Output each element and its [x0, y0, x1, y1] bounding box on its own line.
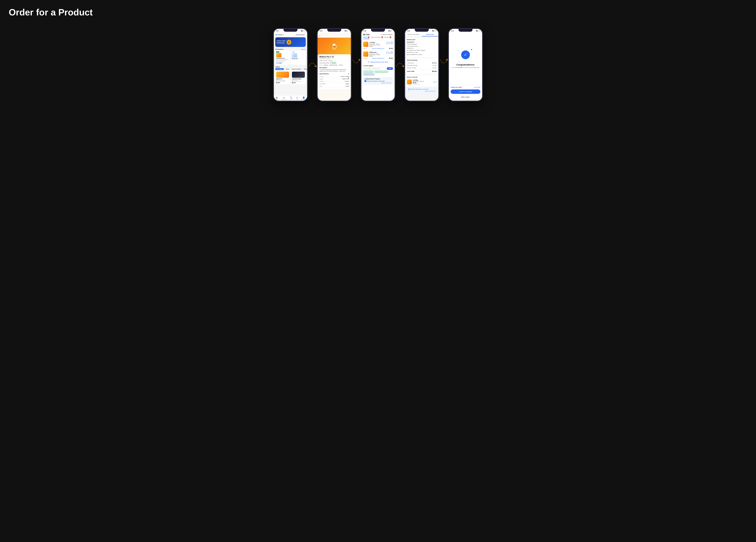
p3-item-1-wholesale[interactable]: Add 4 for wholesale price	[372, 48, 385, 49]
p5-items-summary: 4 Items for 21,420	[451, 86, 462, 88]
phone-4-notch	[415, 29, 429, 32]
p3-loyalty-balance: Balance: 600 Points	[365, 82, 391, 83]
nav-account[interactable]: 👤 Account	[302, 96, 306, 100]
chevron-down-2-icon: ▾	[392, 34, 393, 35]
p4-tab-delivery[interactable]: Delivery Information	[405, 33, 422, 36]
p3-redeem-text: Redeem 500 points on this order	[367, 80, 385, 82]
phone-3-wrapper: 9:41 ▐ ))) 🔋 My Cart 📍 Deliver to Eleyel…	[361, 28, 395, 101]
p3-item-2-decrease[interactable]: −	[386, 51, 389, 54]
p1-product-img-1	[276, 72, 289, 78]
p1-product-1[interactable]: Maltina Pet Soft Drinks • Maltina ₦1,900…	[275, 71, 290, 84]
p5-view-details[interactable]: View details	[474, 87, 480, 88]
p2-read-more[interactable]: Read more	[339, 71, 345, 72]
p2-spec-region: Region Ibadan Town	[319, 78, 349, 80]
p3-code-placeholder: Enter Coupon or Referral Code	[364, 68, 380, 69]
remove-code-1-icon[interactable]: ⊗	[372, 71, 373, 72]
p3-item-2-wholesale[interactable]: Add 4 for wholesale price	[372, 58, 385, 59]
p1-product-price-2: ₦3,100	[292, 82, 305, 83]
p3-item-2-qty-ctrl: − 1 +	[386, 51, 393, 54]
p5-continue-shopping-button[interactable]: Continue Shopping	[451, 89, 480, 94]
p3-item-2-remove[interactable]: Remove	[363, 58, 367, 59]
p3-item-2-increase[interactable]: +	[390, 51, 393, 54]
remove-code-2-icon[interactable]: ⊗	[386, 71, 387, 72]
p5-bottom: 4 Items for 21,420 View details Continue…	[449, 85, 482, 101]
p3-item-2-price: ₦1,800 (Min. 5 Items)	[369, 54, 385, 55]
p1-location[interactable]: Eleyele ▾	[276, 34, 284, 36]
p3-loyalty-title: Loyalty Reward Program	[365, 78, 391, 80]
p4-item-price-1: ₦1,900 (Min. 5 Items)	[413, 81, 432, 82]
p4-delivery-name: Ayodeji Kole	[407, 41, 437, 43]
p1-view-all[interactable]: View all	[301, 49, 305, 50]
p1-promotions-header: Promotions View all	[274, 48, 307, 50]
p4-tab-review[interactable]: Review Order	[422, 33, 438, 36]
p4-delivery-type: Retail Store	[407, 47, 437, 49]
p2-back-button[interactable]: ‹	[318, 33, 351, 38]
p2-spec-val-flavour: Chicken	[345, 81, 349, 82]
p1-tab-dairy[interactable]: Dairy & Snacks	[291, 68, 302, 70]
p3-item-1-decrease[interactable]: −	[386, 42, 389, 44]
p1-tab-beverages[interactable]: Beverages	[275, 68, 284, 70]
p2-spec-val-color: Yellow	[346, 86, 349, 87]
cart-icon: 🛒	[296, 96, 299, 99]
p3-item-1-increase[interactable]: +	[390, 42, 393, 44]
p1-promo-card-2[interactable]: -10% Bundle Pack Special offer	[291, 50, 306, 65]
p3-header: My Cart 📍 Deliver to Eleyele ▾ FMCG 2	[361, 33, 395, 41]
arrow-svg-4-5	[439, 56, 448, 70]
p1-product-range-2: ₦3,100 (Min. 5 Items)	[292, 81, 305, 82]
nav-shop[interactable]: 🏠 Shop	[275, 96, 278, 100]
p2-min-order: (Minimum order - 5 Items)	[319, 60, 349, 61]
nav-search[interactable]: 🔍 Search	[289, 96, 293, 100]
p2-product-sub: Soft Drinks • Maltina	[319, 58, 349, 59]
p1-banner-line1: Snacks & dairy	[277, 40, 285, 41]
p5-order-code: ALK3325	[458, 67, 463, 68]
p2-pos-label: Pos	[341, 65, 342, 66]
p1-banner-text: Snacks & dairy products day Enjoy FREE d…	[277, 40, 285, 44]
p3-code-input[interactable]: Enter Coupon or Referral Code	[363, 67, 386, 70]
status-time-3: 9:41	[363, 30, 366, 32]
p1-fmcg-header: FMCG ›	[274, 65, 307, 68]
nav-search-label: Search	[289, 99, 293, 100]
p3-code-input-row: Enter Coupon or Referral Code Apply	[363, 67, 393, 70]
p1-product-2[interactable]: Orijin Beer Bottle... Liquor • Orijin ₦3…	[291, 71, 306, 84]
p5-refer-earn-button[interactable]: Refer & Earn	[451, 95, 480, 99]
p1-tab-home[interactable]: Home C	[303, 68, 307, 70]
share-icon[interactable]: ⬆	[348, 77, 349, 79]
p1-promo-card-1[interactable]: -10% Hollandia Bundle Buy at least 5 of …	[275, 50, 290, 65]
p3-tab-beauty[interactable]: Beauty 2	[384, 36, 391, 39]
p1-product-name-1: Maltina Pet	[276, 78, 289, 80]
p1-banner-badge: ₦10	[286, 40, 291, 45]
p4-wholesale-label: Wholesale Savings	[407, 65, 417, 66]
nav-categories[interactable]: ⊞ Categories	[281, 96, 286, 100]
p3-tab-pharma[interactable]: Pharmaceutical 2	[371, 36, 383, 39]
p3-tab-fmcg[interactable]: FMCG 2	[363, 36, 369, 39]
arrow-1-2	[308, 56, 317, 70]
dot-separator	[330, 62, 331, 63]
p1-banner-sub: Enjoy FREE delivery	[277, 43, 285, 44]
p3-apply-button[interactable]: Apply	[387, 67, 393, 70]
p4-order-total-label: Order Total	[407, 71, 414, 72]
p3-item-1-actions: Remove Add 4 for wholesale price ₦1,900	[363, 48, 393, 49]
p3-tab-fmcg-label: FMCG	[363, 36, 367, 38]
p3-item-1-remove[interactable]: Remove	[363, 48, 367, 49]
p1-promo-badge-1: -10%	[276, 51, 279, 53]
p4-tabs: Delivery Information Review Order	[405, 33, 438, 37]
nav-cart[interactable]: 🛒 Cart	[296, 96, 299, 100]
shop-icon: 🏠	[275, 96, 278, 99]
p3-deliver-to: 📍 Deliver to Eleyele ▾	[380, 34, 393, 35]
p3-tab-pharma-label: Pharmaceutical	[371, 36, 380, 38]
p4-summary-total-items: 2 Total Items ₦23,800	[407, 62, 437, 64]
phone-3-notch	[371, 29, 385, 32]
sparkle-icon-2: ✦	[459, 61, 460, 62]
p4-delivery-section: Delivery Info Ayodeji Kole Jendor Supers…	[405, 37, 438, 57]
p4-loyalty-checkbox[interactable]: ✓	[408, 88, 410, 90]
p2-bank-label: Bank Transfer	[331, 65, 337, 66]
status-icons-1: ▐ ))) 🔋	[301, 30, 305, 31]
p3-add-more-btn[interactable]: ⊕ + Add more Items to your order	[361, 60, 395, 64]
remove-code-3-icon[interactable]: ⊗	[373, 74, 374, 75]
p1-header: Eleyele ▾ Need anything?	[274, 33, 307, 36]
p1-promo-img-2	[292, 53, 297, 57]
p1-need-anything[interactable]: Need anything?	[295, 34, 305, 36]
loyalty-checkbox[interactable]: ✓	[365, 80, 366, 82]
p1-tab-food[interactable]: Food	[285, 68, 290, 70]
p2-accepts-row: Accepts 💵 Cash 🏦 Bank Transfer 💳	[319, 64, 349, 66]
